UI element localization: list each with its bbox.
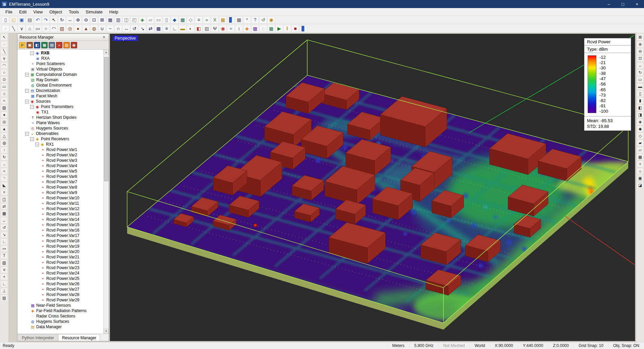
loft-tool-icon[interactable]: ≈ xyxy=(1,168,8,174)
tree-item-rcvd-power-var25[interactable]: ≈Rcvd Power.Var25 xyxy=(17,276,103,281)
view-back-icon[interactable]: ▮ xyxy=(637,97,644,104)
intersect-icon[interactable]: ∩ xyxy=(114,25,122,32)
tree-item-rcvd-power-var7[interactable]: ≈Rcvd Power.Var7 xyxy=(17,179,103,185)
tree-item-rxb[interactable]: −◉RXB xyxy=(17,50,103,56)
menu-item[interactable]: View xyxy=(30,9,46,15)
settings-icon[interactable]: * xyxy=(243,16,251,23)
tree-expander-icon[interactable]: − xyxy=(25,73,29,77)
view-mode-label[interactable]: Perspective xyxy=(113,36,138,41)
grid-toggle-icon[interactable]: ▦ xyxy=(637,154,644,160)
tree-item-rcvd-power-var20[interactable]: ≈Rcvd Power.Var20 xyxy=(17,249,103,254)
mirror-tool-icon[interactable]: ⇄ xyxy=(1,203,8,210)
sphere-tool-icon[interactable]: ● xyxy=(1,111,8,118)
tree-item-virtual-objects[interactable]: ▣Virtual Objects xyxy=(17,66,103,72)
iso-view-icon[interactable]: ◈ xyxy=(139,16,146,23)
cylinder-tool-icon[interactable]: ◎ xyxy=(1,118,8,125)
cone-icon[interactable]: ▲ xyxy=(82,25,90,32)
rcs-icon[interactable]: ◌ xyxy=(259,25,267,32)
mesh-gen-icon[interactable]: ▦ xyxy=(267,25,275,32)
measure-tool-icon[interactable]: ∟ xyxy=(1,238,8,245)
view-iso-icon[interactable]: ◈ xyxy=(637,118,644,125)
axes-toggle-icon[interactable]: + xyxy=(637,161,644,167)
spline-tool-icon[interactable]: ≈ xyxy=(1,97,8,104)
point-tool-icon[interactable]: ∙ xyxy=(1,41,8,48)
cylinder-icon[interactable]: ◎ xyxy=(66,25,74,32)
excel-export-icon[interactable]: X xyxy=(211,16,219,23)
orbit-view-icon[interactable]: ↻ xyxy=(637,69,644,76)
select-arrow-icon[interactable]: ↖ xyxy=(50,16,58,23)
near-field-icon[interactable]: ▩ xyxy=(251,25,259,32)
tree-item-observables[interactable]: −◒Observables xyxy=(17,131,103,136)
tree-item-rcvd-power-var5[interactable]: ≈Rcvd Power.Var5 xyxy=(17,168,103,174)
wireframe-mode-icon[interactable]: ◇ xyxy=(637,133,644,139)
zoom-extents-view-icon[interactable]: ⊠ xyxy=(637,34,644,41)
calculator-icon[interactable]: ▩ xyxy=(235,16,243,23)
hidden-line-icon[interactable]: ▱ xyxy=(637,147,644,153)
tree-item-rcvd-power-var10[interactable]: ≈Rcvd Power.Var10 xyxy=(17,195,103,201)
cascade-icon[interactable]: ◫ xyxy=(122,16,130,23)
text-tool-icon[interactable]: T xyxy=(1,252,8,259)
scale-tool-icon[interactable]: ↘ xyxy=(1,231,8,238)
color-icon[interactable]: ◧ xyxy=(195,25,203,32)
tree-expander-icon[interactable]: − xyxy=(35,143,39,146)
pan-icon[interactable]: ↔ xyxy=(66,16,74,23)
run-simulation-icon[interactable]: ▶ xyxy=(275,25,283,32)
array-tool-icon[interactable]: ▦ xyxy=(1,210,8,217)
grid-icon[interactable]: ▦ xyxy=(106,16,114,23)
array-icon[interactable]: ▦ xyxy=(155,25,162,32)
material-icon[interactable]: ◐ xyxy=(187,25,195,32)
tree-item-rcvd-power-var15[interactable]: ≈Rcvd Power.Var15 xyxy=(17,222,103,228)
zoom-out-icon[interactable]: ⊖ xyxy=(82,16,90,23)
maximize-button[interactable]: □ xyxy=(616,0,630,8)
line-tool-icon[interactable]: ╲ xyxy=(1,48,8,55)
revolve-tool-icon[interactable]: ↻ xyxy=(1,154,8,160)
tree-item-huygens-sources[interactable]: ◎Huygens Sources xyxy=(17,126,103,131)
extrude-tool-icon[interactable]: ↑ xyxy=(1,147,8,153)
stop-simulation-icon[interactable]: ■ xyxy=(291,25,299,32)
tree-item-rcvd-power-var23[interactable]: ≈Rcvd Power.Var23 xyxy=(17,265,103,270)
tree-item-rcvd-power-var17[interactable]: ≈Rcvd Power.Var17 xyxy=(17,233,103,238)
tree-item-rcvd-power-var13[interactable]: ≈Rcvd Power.Var13 xyxy=(17,211,103,217)
arc-icon[interactable]: ◠ xyxy=(50,25,58,32)
project-folder-icon[interactable]: ▣ xyxy=(26,42,33,48)
measure-icon[interactable]: ∟ xyxy=(171,25,178,32)
tree-item-rxa[interactable]: ◉RXA xyxy=(17,56,103,61)
help-icon[interactable]: ? xyxy=(251,16,259,23)
tree-item-rcvd-power-var16[interactable]: ≈Rcvd Power.Var16 xyxy=(17,228,103,233)
dimension-tool-icon[interactable]: ↦ xyxy=(1,245,8,252)
tree-item-computational-domain[interactable]: −▦Computational Domain xyxy=(17,72,103,77)
union-icon[interactable]: ∪ xyxy=(98,25,106,32)
point-icon[interactable]: ∙ xyxy=(2,25,9,32)
tree-scrollbar[interactable]: ▲ ▼ xyxy=(103,50,109,334)
menu-item[interactable]: File xyxy=(2,9,16,15)
tree-item-huygens-surfaces[interactable]: ◍Huygens Surfaces xyxy=(17,319,103,324)
chart-icon[interactable]: ▊ xyxy=(227,16,235,23)
pause-simulation-icon[interactable]: ‖ xyxy=(283,25,291,32)
tree-item-global-environment[interactable]: ◍Global Environment xyxy=(17,83,103,88)
tx1-marker[interactable] xyxy=(254,223,257,227)
dipole-icon[interactable]: ↕ xyxy=(235,25,243,32)
sweep-tool-icon[interactable]: → xyxy=(1,161,8,167)
tree-item-rcvd-power-var29[interactable]: ≈Rcvd Power.Var29 xyxy=(17,297,103,303)
rotate-tool-icon[interactable]: ↺ xyxy=(1,224,8,231)
tree-item-point-transmitters[interactable]: −◉Point Transmitters xyxy=(17,104,103,109)
tree-item-rcvd-power-var21[interactable]: ≈Rcvd Power.Var21 xyxy=(17,254,103,260)
side-view-icon[interactable]: ▯ xyxy=(163,16,170,23)
ruler-icon[interactable]: ▬ xyxy=(179,25,186,32)
scroll-down-icon[interactable]: ▼ xyxy=(104,329,109,334)
ortho-tool-icon[interactable]: ∟ xyxy=(1,281,8,287)
wireframe-icon[interactable]: ◇ xyxy=(187,16,195,23)
view-top-icon[interactable]: ▭ xyxy=(637,76,644,83)
python-script-icon[interactable]: P xyxy=(19,42,25,48)
menu-item[interactable]: Tools xyxy=(65,9,82,15)
new-file-icon[interactable]: ▯ xyxy=(2,16,9,23)
results-view-icon[interactable]: ▤ xyxy=(49,42,55,48)
tree-item-tx1[interactable]: ◉TX1 xyxy=(17,109,103,115)
power-item-icon[interactable]: ◉ xyxy=(71,42,77,48)
offset-tool-icon[interactable]: ◫ xyxy=(1,196,8,203)
mirror-icon[interactable]: ⇄ xyxy=(147,25,154,32)
section-plane-icon[interactable]: ◪ xyxy=(637,182,644,189)
table-icon[interactable]: ▥ xyxy=(114,16,122,23)
tree-expander-icon[interactable]: − xyxy=(30,137,34,141)
far-field-icon[interactable]: ◈ xyxy=(243,25,251,32)
